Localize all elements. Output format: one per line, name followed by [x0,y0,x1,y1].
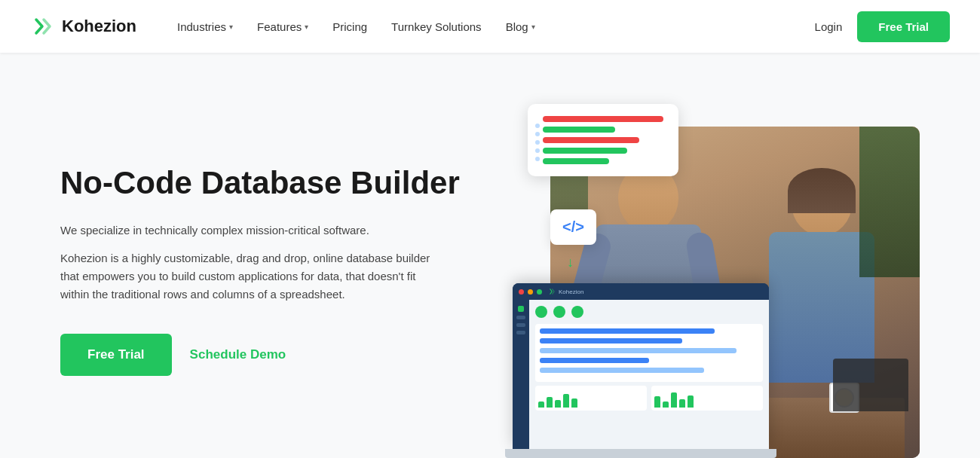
dashboard-bar-5 [540,368,704,373]
dashboard-status-row [535,306,763,318]
mini-bar-7 [663,402,669,408]
mini-bar-8 [671,392,677,408]
mini-bar-2 [547,397,553,408]
chevron-down-icon: ▾ [229,23,233,31]
laptop-titlebar: Kohezion [513,283,769,300]
kohezion-logo-icon [30,14,56,39]
dashboard-bar-1 [540,328,715,334]
hero-right: </> ↓ Kohezion [482,83,920,458]
free-trial-button[interactable]: Free Trial [857,11,950,42]
decoration-dots [535,124,540,161]
laptop-body [513,300,769,449]
nav-right: Login Free Trial [815,11,950,42]
dashboard-row-4 [540,358,758,363]
nav-industries[interactable]: Industries ▾ [167,14,243,39]
dashboard-row-5 [540,368,758,373]
navbar: Kohezion Industries ▾ Features ▾ Pricing… [0,0,980,53]
hero-free-trial-button[interactable]: Free Trial [60,334,172,376]
dashboard-bar-2 [540,338,682,344]
status-circle-2 [553,306,565,318]
float-chart-card [528,104,678,176]
sidebar-item-1 [518,306,524,312]
laptop-base [505,449,776,458]
nav-features[interactable]: Features ▾ [247,14,319,39]
dashboard-list-section [535,324,763,382]
hero-section: No-Code Database Builder We specialize i… [0,53,980,458]
chart-bar-3 [543,137,639,143]
chart-bar-1 [543,116,663,122]
brand-name: Kohezion [62,17,136,36]
laptop-sidebar [513,300,529,449]
hero-buttons: Free Trial Schedule Demo [60,334,482,376]
window-dot-yellow [528,289,533,295]
chart-bars [543,116,663,164]
mini-bar-1 [538,402,544,408]
dashboard-bar-4 [540,358,649,363]
hero-description: Kohezion is a highly customizable, drag … [60,249,437,304]
mini-bar-4 [563,394,569,408]
mini-chart-1-bars [538,389,644,408]
laptop-app-title: Kohezion [549,288,583,295]
code-tag: </> [550,209,596,245]
hero-title: No-Code Database Builder [60,165,482,201]
chevron-down-icon: ▾ [531,23,535,31]
hero-illustration: </> ↓ Kohezion [513,89,920,458]
mini-bar-3 [555,400,561,408]
arrow-down-icon: ↓ [567,255,574,270]
dashboard-bar-3 [540,348,737,353]
dashboard-row-1 [540,328,758,334]
login-link[interactable]: Login [815,20,843,33]
dashboard-mini-charts [535,386,763,411]
status-circle-3 [571,306,583,318]
laptop-screen: Kohezion [513,283,769,449]
nav-turnkey[interactable]: Turnkey Solutions [381,14,492,39]
mini-chart-1 [535,386,647,411]
nav-pricing[interactable]: Pricing [322,14,378,39]
window-dot-red [519,289,524,295]
sidebar-item-2 [516,316,525,319]
window-dot-green [537,289,542,295]
chart-bar-4 [543,148,627,154]
mini-bar-5 [571,398,577,408]
status-circle-1 [535,306,547,318]
mini-bar-6 [654,396,660,408]
nav-blog[interactable]: Blog ▾ [495,14,546,39]
sidebar-item-3 [516,323,525,327]
hero-subtitle: We specialize in technically complex mis… [60,222,482,240]
hero-left: No-Code Database Builder We specialize i… [60,165,482,377]
chart-bar-5 [543,158,609,164]
mini-chart-2 [651,386,763,411]
dashboard-row-2 [540,338,758,344]
mini-bar-9 [679,399,685,408]
hero-schedule-demo-button[interactable]: Schedule Demo [190,347,286,362]
laptop-content [529,300,769,449]
sidebar-item-4 [516,331,525,334]
nav-links: Industries ▾ Features ▾ Pricing Turnkey … [167,14,815,39]
mini-chart-2-bars [654,389,760,408]
logo[interactable]: Kohezion [30,14,136,39]
chevron-down-icon: ▾ [305,23,308,31]
laptop-dashboard: Kohezion [513,283,769,458]
chart-bar-2 [543,127,615,133]
mini-bar-10 [688,395,694,408]
dashboard-row-3 [540,348,758,353]
